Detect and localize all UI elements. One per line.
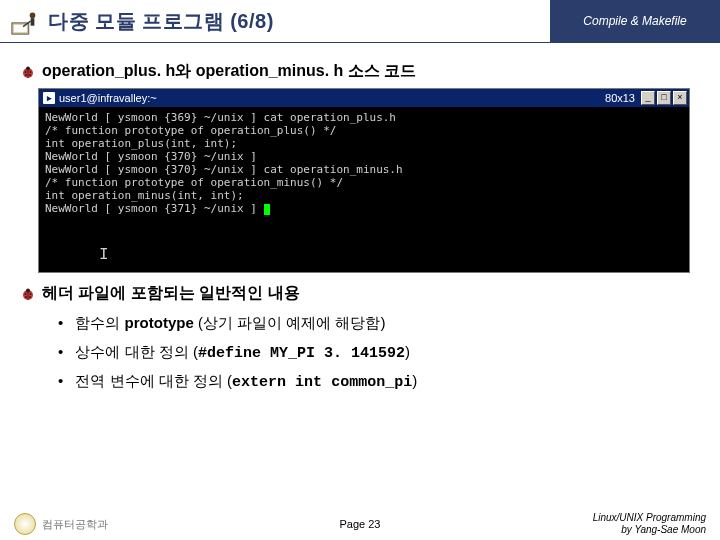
page-number: Page 23 — [340, 518, 381, 530]
header-contents-list: 함수의 prototype (상기 파일이 예제에 해당함) 상수에 대한 정의… — [58, 314, 700, 391]
heading-text-1: operation_plus. h와 operation_minus. h 소스… — [42, 61, 416, 82]
svg-point-16 — [30, 293, 32, 295]
maximize-button[interactable]: □ — [657, 91, 671, 105]
minimize-button[interactable]: _ — [641, 91, 655, 105]
terminal-title-text: user1@infravalley:~ — [59, 92, 157, 104]
ladybug-icon — [20, 64, 36, 80]
slide-footer: 컴퓨터공학과 Page 23 Linux/UNIX Programming by… — [0, 512, 720, 536]
svg-point-18 — [29, 296, 31, 298]
terminal-output: NewWorld [ ysmoon {369} ~/unix ] cat ope… — [45, 111, 683, 215]
list-item: 함수의 prototype (상기 파일이 예제에 해당함) — [58, 314, 700, 333]
svg-point-9 — [30, 71, 32, 73]
list-item: 상수에 대한 정의 (#define MY_PI 3. 141592) — [58, 343, 700, 362]
header-left: 다중 모듈 프로그램 (6/8) — [0, 0, 550, 42]
terminal-size-label: 80x13 — [605, 92, 635, 104]
svg-point-8 — [25, 71, 27, 73]
header-category: Compile & Makefile — [550, 0, 720, 42]
slide-body: operation_plus. h와 operation_minus. h 소스… — [0, 43, 720, 391]
ladybug-icon — [20, 286, 36, 302]
footer-credits: Linux/UNIX Programming by Yang-Sae Moon — [593, 512, 706, 536]
heading-text-2: 헤더 파일에 포함되는 일반적인 내용 — [42, 283, 300, 304]
svg-point-2 — [30, 13, 36, 19]
terminal-title-left: ▸ user1@infravalley:~ — [43, 92, 157, 104]
university-seal-icon — [14, 513, 36, 535]
footer-left: 컴퓨터공학과 — [14, 513, 108, 535]
slide-header: 다중 모듈 프로그램 (6/8) Compile & Makefile — [0, 0, 720, 43]
section-heading-2: 헤더 파일에 포함되는 일반적인 내용 — [20, 283, 700, 304]
svg-point-17 — [25, 296, 27, 298]
slide-title: 다중 모듈 프로그램 (6/8) — [48, 8, 274, 35]
close-button[interactable]: × — [673, 91, 687, 105]
svg-point-15 — [25, 293, 27, 295]
svg-point-10 — [25, 74, 27, 76]
ibeam-cursor-icon: I — [99, 249, 109, 262]
section-heading-1: operation_plus. h와 operation_minus. h 소스… — [20, 61, 700, 82]
terminal-body: NewWorld [ ysmoon {369} ~/unix ] cat ope… — [39, 107, 689, 272]
terminal-app-icon: ▸ — [43, 92, 55, 104]
terminal-window: ▸ user1@infravalley:~ 80x13 _ □ × NewWor… — [38, 88, 690, 273]
terminal-cursor — [264, 204, 270, 215]
terminal-title-right: 80x13 _ □ × — [605, 91, 687, 105]
footer-department: 컴퓨터공학과 — [42, 517, 108, 532]
svg-rect-3 — [31, 18, 35, 26]
svg-point-11 — [29, 74, 31, 76]
presenter-icon — [8, 4, 42, 38]
list-item: 전역 변수에 대한 정의 (extern int common_pi) — [58, 372, 700, 391]
terminal-titlebar: ▸ user1@infravalley:~ 80x13 _ □ × — [39, 89, 689, 107]
